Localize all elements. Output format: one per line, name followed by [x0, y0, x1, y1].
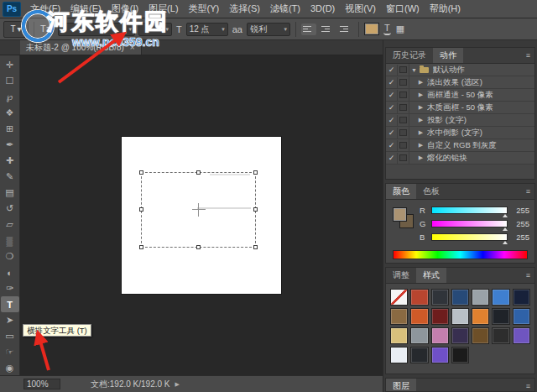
menu-item[interactable]: 选择(S)	[224, 0, 265, 18]
style-swatch[interactable]	[451, 289, 469, 306]
style-swatch[interactable]	[513, 308, 530, 325]
dialog-toggle-icon[interactable]	[398, 152, 409, 164]
panel-menu-icon[interactable]: ≡	[526, 51, 530, 60]
slider-thumb[interactable]	[503, 214, 508, 217]
style-swatch[interactable]	[431, 308, 449, 325]
style-swatch[interactable]	[472, 308, 489, 325]
style-swatch[interactable]	[513, 327, 530, 344]
document-canvas[interactable]	[122, 137, 281, 294]
style-swatch[interactable]	[492, 327, 509, 344]
close-tab-icon[interactable]: ×	[130, 43, 135, 52]
style-swatch[interactable]	[492, 308, 509, 325]
action-row[interactable]: ✓▼默认动作	[386, 64, 534, 76]
style-swatch[interactable]	[390, 308, 408, 325]
rectangle-tool[interactable]: ▭	[1, 328, 19, 344]
tab-actions[interactable]: 动作	[433, 48, 463, 63]
foreground-color-swatch[interactable]	[393, 207, 407, 222]
style-swatch[interactable]	[410, 308, 428, 325]
resize-handle[interactable]	[253, 245, 258, 249]
blur-tool[interactable]: ❍	[1, 248, 19, 264]
expand-icon[interactable]: ▶	[416, 154, 425, 161]
tab-swatches[interactable]: 色板	[416, 184, 446, 199]
panel-menu-icon[interactable]: ≡	[526, 271, 530, 280]
dialog-toggle-icon[interactable]	[398, 76, 409, 88]
resize-handle[interactable]	[253, 170, 258, 175]
expand-icon[interactable]: ▶	[416, 91, 425, 98]
menu-item[interactable]: 滤镜(T)	[265, 0, 305, 18]
menu-item[interactable]: 类型(Y)	[184, 0, 225, 18]
font-style-select[interactable]: ▾	[138, 23, 172, 36]
style-swatch[interactable]	[451, 347, 469, 363]
style-swatch[interactable]	[390, 289, 408, 306]
item-check-icon[interactable]: ✓	[386, 115, 398, 126]
menu-item[interactable]: 图层(L)	[143, 0, 183, 18]
dialog-toggle-icon[interactable]	[398, 64, 409, 76]
menu-item[interactable]: 文件(F)	[25, 0, 65, 18]
expand-icon[interactable]: ▶	[416, 79, 425, 86]
dialog-toggle-icon[interactable]	[398, 114, 409, 126]
style-swatch[interactable]	[492, 289, 509, 306]
move-tool[interactable]: ✛	[1, 57, 19, 73]
path-selection-tool[interactable]: ➤	[1, 312, 19, 328]
color-spectrum-ramp[interactable]	[393, 250, 528, 259]
style-swatch[interactable]	[451, 327, 469, 344]
action-row[interactable]: ✓▶自定义 RGB 到灰度	[386, 139, 534, 152]
item-check-icon[interactable]: ✓	[386, 90, 398, 101]
pen-tool[interactable]: ✑	[1, 280, 19, 296]
align-right-button[interactable]	[338, 24, 353, 35]
channel-slider[interactable]	[431, 220, 508, 227]
resize-handle[interactable]	[139, 245, 143, 249]
action-row[interactable]: ✓▶画框通道 - 50 像素	[386, 89, 534, 102]
style-swatch[interactable]	[513, 289, 530, 306]
zoom-tool[interactable]: ◉	[1, 360, 19, 376]
resize-handle[interactable]	[253, 207, 258, 212]
resize-handle[interactable]	[196, 245, 201, 249]
tab-color[interactable]: 颜色	[386, 184, 416, 199]
style-swatch[interactable]	[472, 289, 489, 306]
action-row[interactable]: ✓▶淡出效果 (选区)	[386, 76, 534, 89]
quick-selection-tool[interactable]: ❖	[1, 105, 19, 121]
tab-adjustments[interactable]: 调整	[386, 268, 416, 283]
item-check-icon[interactable]: ✓	[386, 65, 398, 76]
resize-handle[interactable]	[139, 170, 143, 175]
menu-item[interactable]: 窗口(W)	[381, 0, 425, 18]
tab-layers[interactable]: 图层	[386, 379, 416, 392]
style-swatch[interactable]	[410, 327, 428, 344]
healing-brush-tool[interactable]: ✚	[1, 153, 19, 169]
expand-icon[interactable]: ▶	[416, 142, 425, 149]
zoom-level-field[interactable]: 100%	[23, 379, 60, 389]
eraser-tool[interactable]: ▱	[1, 217, 19, 233]
resize-handle[interactable]	[139, 207, 143, 212]
font-family-select[interactable]: ▾	[58, 23, 135, 36]
action-row[interactable]: ✓▶熔化的铅块	[386, 152, 534, 165]
menu-item[interactable]: 3D(D)	[305, 0, 340, 18]
type-tool[interactable]: T	[1, 296, 19, 312]
style-swatch[interactable]	[431, 327, 449, 344]
resize-handle[interactable]	[196, 170, 201, 175]
menu-item[interactable]: 帮助(H)	[425, 0, 466, 18]
channel-slider[interactable]	[431, 233, 508, 241]
dialog-toggle-icon[interactable]	[398, 89, 409, 101]
clone-stamp-tool[interactable]: ▤	[1, 185, 19, 201]
style-swatch[interactable]	[390, 327, 408, 344]
collapse-icon[interactable]: ▼	[409, 67, 419, 73]
item-check-icon[interactable]: ✓	[386, 128, 398, 139]
menu-item[interactable]: 编辑(E)	[65, 0, 107, 18]
toggle-panels-icon[interactable]: ▦	[395, 24, 405, 34]
dialog-toggle-icon[interactable]	[398, 139, 409, 151]
marquee-tool[interactable]: ☐	[1, 73, 19, 89]
item-check-icon[interactable]: ✓	[386, 77, 398, 88]
style-swatch[interactable]	[390, 347, 408, 363]
action-row[interactable]: ✓▶水中倒影 (文字)	[386, 127, 534, 139]
dodge-tool[interactable]: ◐	[1, 264, 19, 280]
expand-icon[interactable]: ▶	[416, 104, 425, 111]
style-swatch[interactable]	[410, 347, 428, 363]
panel-menu-icon[interactable]: ≡	[526, 382, 530, 390]
expand-icon[interactable]: ▶	[416, 117, 425, 123]
action-row[interactable]: ✓▶投影 (文字)	[386, 114, 534, 127]
item-check-icon[interactable]: ✓	[386, 140, 398, 151]
dialog-toggle-icon[interactable]	[398, 127, 409, 139]
gradient-tool[interactable]: ▒	[1, 233, 19, 248]
align-left-button[interactable]	[301, 24, 316, 35]
style-swatch[interactable]	[431, 347, 449, 363]
